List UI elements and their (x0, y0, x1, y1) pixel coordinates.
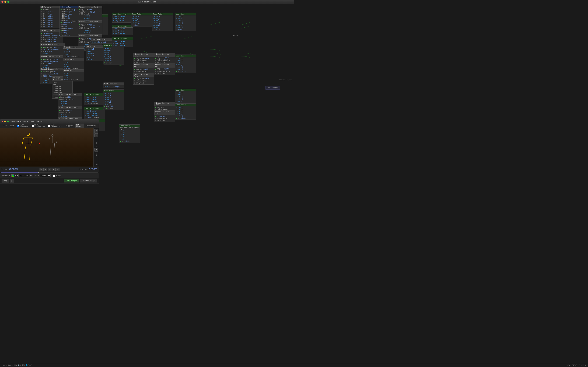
kinect-skeleton-neck-header: Kinect Skeleton Part (78, 21, 102, 23)
bottom-close[interactable] (1, 121, 3, 122)
midi-checkbox[interactable] (32, 125, 34, 127)
user-actor-far-3-header: User Actor (175, 89, 196, 92)
tab-full-skeleton[interactable]: Full Skeleton (16, 124, 30, 128)
svg-line-4 (22, 142, 23, 146)
expand-icon[interactable]: ⤢ (97, 129, 98, 131)
bottom-min[interactable] (4, 121, 6, 122)
close-button[interactable] (1, 1, 3, 3)
user-actor-copy-hip[interactable]: User Actor Copy -0.5099X-14.275 -0.2039Y… (84, 93, 105, 105)
user-actor-right-group-1[interactable]: User Actor -14.980x1 13.526y1 -79.772z1 … (152, 13, 173, 31)
user-actor-right-1-header: User Actor (131, 13, 152, 15)
user-actor-far-2[interactable]: User Actor -12.252x1 -6.5063y1 -80.856z1… (175, 55, 196, 73)
kinect-skeleton-right-2-header: Kinect Skeleton Part (133, 63, 154, 68)
tab-user[interactable]: User (9, 125, 15, 127)
tilt-up-btn[interactable]: ▲ (94, 133, 98, 137)
discard-changes-button[interactable]: Discard Changes (80, 179, 97, 183)
user-actor-copy-3-header: User Actor Copy (112, 37, 133, 40)
svg-line-18 (51, 143, 51, 150)
user-actor-copy-2[interactable]: User Actor Copy -0.5789X-16.209 0.2331Y6… (112, 25, 133, 35)
go-end-btn[interactable]: ►| (56, 168, 60, 171)
user-actor-copy-knee[interactable]: User Actor Copy -0.521X-14.587 -0.6624Y-… (84, 107, 105, 119)
elbow-joint-header: Elbow Joint (63, 58, 84, 61)
play-btn[interactable]: ▶ (52, 168, 56, 171)
minimize-button[interactable] (4, 1, 7, 3)
left-upper-arm-header: Left Upper Arm (91, 38, 112, 41)
kinect-skeleton-right-3[interactable]: Kinect Skeleton Part body partsactive ac… (133, 73, 154, 84)
svg-point-12 (52, 134, 54, 136)
progress-bar-container[interactable] (0, 172, 99, 173)
current-time: 06:37,160 (8, 168, 19, 170)
tab-processing[interactable]: Processing (85, 125, 98, 127)
tab-triggers[interactable]: Triggers (63, 125, 74, 127)
wrist-joint[interactable]: Wrist Joint -11.707X -5.8245Y -79.954Z 9… (63, 69, 84, 82)
kinect-skeleton-hand-header: Kinect Skeleton Part (40, 68, 65, 70)
user-actor-copy-3[interactable]: User Actor Copy -0.5806X-16.256 0.015Y-1… (112, 37, 133, 47)
output2-select[interactable]: None (40, 174, 51, 177)
progress-thumb[interactable] (38, 172, 39, 173)
kinect-skeleton-hip-header: Kinect Skeleton Part (58, 93, 82, 96)
user-actor-copy-1[interactable]: User Actor Copy -0.535X-14.980 0.4831Y13… (112, 13, 133, 23)
skeleton-overlay-2 (47, 133, 58, 163)
alpha-checkbox[interactable] (53, 175, 55, 177)
tab-info[interactable]: Info (1, 125, 8, 127)
prev-btn[interactable]: ◄ (43, 168, 47, 171)
kinect-skeleton-far-right-2-header: Kinect Skeleton Part (154, 63, 175, 68)
save-changes-button[interactable]: Save Changes (64, 179, 79, 183)
user-actor-body-keep[interactable]: User Actor body kee active output part -… (119, 125, 140, 143)
transport-controls: Current 06:37,160 |◄ ◄ ► ▶ ►| Duration 1… (0, 167, 99, 172)
kinect-skeleton-far-right-4[interactable]: Kinect Skeleton Part 15body part active … (154, 110, 175, 122)
full-skeleton-checkbox[interactable] (17, 125, 19, 127)
live-view-image: ⤢ D ▲ ▼ Tilt 0◦ (0, 128, 99, 167)
action-bar: Help ‖ Save Changes Discard Changes (0, 178, 99, 183)
tilt-slider-thumb[interactable] (96, 142, 97, 144)
output1-label: Output 1 (1, 175, 10, 177)
user-actor-far-4[interactable]: User Actor -16.256x1 -18.345y1 -80.704z1… (175, 103, 196, 120)
kinect-skeleton-far-right-1[interactable]: Kinect Skeleton Part body partactive out… (154, 53, 175, 65)
tilt-slider-track[interactable] (96, 138, 97, 147)
duration-value: 17:20,253 (87, 168, 98, 170)
elbow-joint[interactable]: Elbow Joint -0.42X 0.3773Y -84.416Z 8:El… (63, 58, 84, 70)
svg-line-20 (54, 143, 55, 150)
svg-line-16 (56, 138, 57, 143)
progress-track[interactable] (1, 172, 98, 173)
bottom-max[interactable] (7, 121, 9, 122)
output1-select[interactable]: RGB (18, 174, 29, 177)
tab-live-view[interactable]: Live view (75, 124, 84, 128)
help-button[interactable]: Help (1, 179, 9, 183)
kinect-skeleton-torso-header: Kinect Skeleton Part (78, 35, 102, 37)
left-fore-arm-node[interactable]: Left Fore Arm 10:LF fo...3d object (103, 83, 124, 88)
left-upper-arm-node[interactable]: Left Upper Arm 20:LU...3d object (91, 38, 112, 44)
svg-line-3 (23, 138, 24, 142)
tilt-value: 0◦ (96, 164, 98, 166)
kinect-skeleton-right-3-header: Kinect Skeleton Part (133, 73, 154, 77)
osc-checkbox[interactable] (48, 125, 50, 127)
kinect-skeleton-head[interactable]: Kinect Skeleton Part body parthead activ… (78, 6, 102, 22)
kinect-skeleton-hip[interactable]: Kinect Skeleton Part body parthip active… (58, 93, 82, 107)
user-actor-right-1[interactable]: User Actor -14.980x1 13.526y1 -79.772z1 … (131, 13, 152, 27)
tracking-dot (39, 143, 40, 144)
kinect-skeleton-knee-header: Kinect Skeleton Part (58, 106, 82, 109)
user-actor-hip-right[interactable]: User Actor -16.256x1 -11.759y1 -80.814z1… (103, 90, 124, 110)
go-start-btn[interactable]: |◄ (39, 168, 43, 171)
kinect-skeleton-right-1[interactable]: Kinect Skeleton Part body partsactive ac… (133, 53, 154, 65)
shoulder-joint[interactable]: Shoulder Joint -12.252X 6.5053Y -80.856Z… (63, 46, 84, 58)
user-actor-upper-arm[interactable]: User Actor -12.252x1 6.5063y1 -80.856z1 … (103, 44, 124, 65)
tilt-down-btn[interactable]: ▼ (94, 148, 98, 151)
next-btn[interactable]: ► (48, 168, 52, 171)
tab-osc[interactable]: OSC Controller (47, 124, 63, 128)
user-actor-far-1-header: User Actor (175, 13, 196, 15)
bottom-tabs: Info User Full Skeleton MIDI Controller … (0, 124, 99, 128)
kinect-skeleton-far-right-4-header: Kinect Skeleton Part (154, 111, 175, 115)
duration-label: Duration (79, 168, 86, 170)
skeleton-overlay-1 (21, 132, 35, 163)
pause-button[interactable]: ‖ (10, 179, 14, 183)
output-bar: Output 1 RGB RGB Output 2 None Alpha (0, 173, 99, 178)
window-controls (1, 1, 9, 3)
kinect-skeleton-far-right-2[interactable]: Kinect Skeleton Part body partactive out… (154, 63, 175, 75)
tab-midi[interactable]: MIDI Controller (30, 124, 46, 128)
kinect-skeleton-far-right-1-header: Kinect Skeleton Part (154, 53, 175, 57)
maximize-button[interactable] (7, 1, 9, 3)
user-actor-far-1[interactable]: User Actor -16.256x1 6.5266y1 -80.922z1 … (175, 13, 196, 31)
kinect-skeleton-elbow-header: Kinect Skeleton Part (40, 56, 65, 58)
svg-line-5 (31, 138, 33, 143)
